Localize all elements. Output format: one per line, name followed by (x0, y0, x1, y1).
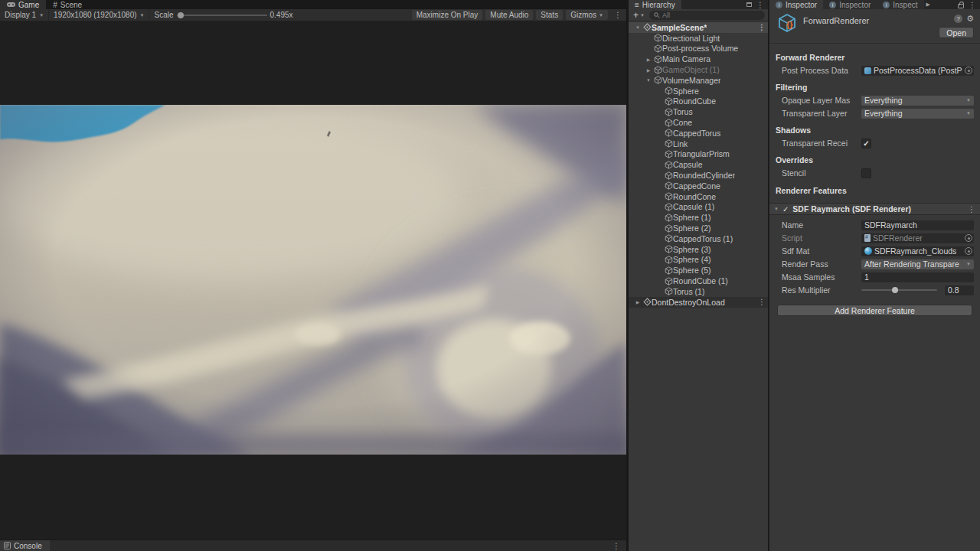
kebab-menu-icon[interactable]: ⋮ (758, 23, 766, 31)
hierarchy-row[interactable]: Sphere (3) (629, 244, 768, 255)
hierarchy-row[interactable]: Sphere (5) (629, 265, 768, 276)
hierarchy-row[interactable]: ▶GameObject (1) (629, 64, 768, 75)
stats-button[interactable]: Stats (536, 10, 563, 20)
render-pass-dropdown[interactable]: After Rendering Transpare ▼ (861, 259, 974, 269)
hierarchy-item-label: RoundCube (673, 96, 716, 106)
foldout-closed-icon[interactable]: ▶ (644, 57, 653, 62)
transparent-receive-checkbox[interactable]: ✓ (861, 139, 871, 148)
open-button[interactable]: Open (939, 27, 974, 38)
hierarchy-row[interactable]: Sphere (629, 86, 768, 96)
tab-console[interactable]: Console (0, 540, 50, 551)
hierarchy-search-input[interactable]: All (649, 11, 765, 20)
msaa-samples-input[interactable]: 1 (861, 272, 974, 282)
foldout-closed-icon[interactable]: ▶ (644, 67, 653, 73)
game-viewport[interactable] (0, 22, 626, 540)
res-multiplier-row: Res Multiplier 0.8 (782, 285, 974, 295)
cube-icon (664, 277, 673, 285)
create-object-button[interactable]: + ▼ (632, 10, 646, 21)
maximize-on-play-button[interactable]: Maximize On Play (412, 10, 483, 20)
feature-enabled-checkbox[interactable]: ✓ (782, 205, 789, 214)
feature-name-input[interactable]: SDFRaymarch (861, 220, 974, 230)
hierarchy-row[interactable]: CappedTorus (1) (629, 233, 768, 244)
gear-icon[interactable]: ⚙ (966, 14, 974, 24)
transparent-layer-mask-dropdown[interactable]: Everything ▼ (861, 109, 974, 119)
console-menu-icon[interactable]: ⋮ (612, 542, 626, 550)
object-picker-icon[interactable] (965, 234, 972, 242)
hierarchy-row[interactable]: ▶DontDestroyOnLoad⋮ (629, 297, 768, 308)
opaque-layer-mask-dropdown[interactable]: Everything ▼ (861, 96, 974, 106)
scale-slider-knob[interactable] (178, 12, 184, 18)
mute-audio-button[interactable]: Mute Audio (485, 10, 533, 20)
hierarchy-row[interactable]: Capsule (1) (629, 202, 768, 213)
hierarchy-row[interactable]: RoundCube (629, 96, 768, 107)
cube-icon (664, 181, 673, 190)
hierarchy-row[interactable]: Sphere (1) (629, 212, 768, 223)
forward-renderer-header: Forward Renderer (769, 53, 980, 63)
hierarchy-row[interactable]: Torus (1) (629, 286, 768, 297)
hierarchy-row[interactable]: RoundedCylinder (629, 170, 768, 181)
hierarchy-row[interactable]: Sphere (2) (629, 223, 768, 233)
hierarchy-row[interactable]: Post-process Volume (629, 44, 768, 54)
window-restore-icon[interactable] (746, 2, 752, 7)
hierarchy-item-label: Torus (673, 107, 693, 116)
sdf-mat-value: SDFRaymarch_Clouds (874, 246, 962, 256)
foldout-closed-icon[interactable]: ▶ (633, 299, 642, 305)
tab-inspector-1[interactable]: i Inspector (769, 0, 823, 9)
chevron-down-icon: ▼ (640, 13, 645, 18)
hierarchy-row[interactable]: Link (629, 139, 768, 149)
hierarchy-row[interactable]: Torus (629, 106, 768, 117)
res-multiplier-input[interactable]: 0.8 (945, 285, 974, 295)
tab-inspector-3[interactable]: i Inspect (877, 0, 923, 9)
scene-icon (642, 23, 652, 31)
res-multiplier-slider-knob[interactable] (892, 287, 898, 293)
msaa-samples-label: Msaa Samples (782, 272, 861, 282)
hierarchy-row[interactable]: CappedTorus (629, 128, 768, 139)
tab-game[interactable]: Game (0, 0, 46, 9)
hierarchy-row[interactable]: ▶Main Camera (629, 54, 768, 64)
hierarchy-item-label: DontDestroyOnLoad (652, 298, 725, 307)
inspector-menu-icon[interactable]: ⋮ (969, 1, 976, 9)
feature-script-field[interactable]: SDFRenderer (861, 233, 974, 243)
hierarchy-row[interactable]: CappedCone (629, 181, 768, 191)
tab-scroll-right-icon[interactable]: ▶ (924, 2, 933, 8)
resolution-dropdown[interactable]: 1920x1080 (1920x1080) ▼ (49, 9, 149, 21)
lock-icon[interactable] (958, 4, 964, 8)
feature-menu-icon[interactable]: ⋮ (968, 205, 975, 214)
hierarchy-row[interactable]: ▼VolumeManager (629, 75, 768, 86)
gizmos-dropdown[interactable]: Gizmos ▼ (566, 10, 608, 20)
tab-hierarchy[interactable]: ≡ Hierarchy (629, 0, 681, 9)
help-icon[interactable]: ? (954, 15, 962, 23)
hierarchy-row[interactable]: Directional Light (629, 33, 768, 44)
scale-slider[interactable] (177, 15, 267, 16)
post-process-data-field[interactable]: PostProcessData (PostPr (861, 66, 974, 76)
sdf-raymarch-feature-header[interactable]: ▼ ✓ SDF Raymarch (SDF Renderer) ⋮ (769, 203, 980, 215)
object-picker-icon[interactable] (965, 247, 972, 255)
hierarchy-row[interactable]: TriangularPrism (629, 149, 768, 160)
res-multiplier-slider[interactable] (861, 289, 937, 291)
sdf-mat-field[interactable]: SDFRaymarch_Clouds (861, 246, 974, 256)
foldout-open-icon[interactable]: ▼ (644, 78, 653, 83)
msaa-samples-value: 1 (864, 272, 971, 282)
hierarchy-row[interactable]: Cone (629, 117, 768, 128)
hierarchy-item-label: RoundCube (1) (673, 276, 728, 285)
kebab-menu-icon[interactable]: ⋮ (758, 298, 766, 306)
hierarchy-menu-icon[interactable]: ⋮ (756, 1, 764, 9)
foldout-open-icon[interactable]: ▼ (633, 25, 642, 30)
game-panel-menu-icon[interactable]: ⋮ (609, 9, 626, 21)
tab-inspector-2[interactable]: i Inspector (823, 0, 877, 9)
hierarchy-row[interactable]: RoundCone (629, 191, 768, 202)
tab-scene[interactable]: # Scene (46, 0, 89, 9)
hierarchy-row[interactable]: RoundCube (1) (629, 276, 768, 286)
foldout-open-icon[interactable]: ▼ (774, 207, 779, 211)
msaa-samples-row: Msaa Samples 1 (782, 272, 974, 282)
add-renderer-feature-button[interactable]: Add Renderer Feature (777, 305, 972, 316)
hierarchy-row[interactable]: Capsule (629, 159, 768, 170)
object-picker-icon[interactable] (965, 67, 972, 74)
info-icon: i (883, 2, 890, 8)
hierarchy-row[interactable]: ▼SampleScene*⋮ (629, 22, 768, 33)
stencil-checkbox[interactable] (861, 168, 871, 178)
display-dropdown[interactable]: Display 1 ▼ (0, 9, 48, 21)
transparent-layer-mask-label: Transparent Layer (782, 109, 861, 118)
hierarchy-row[interactable]: Sphere (4) (629, 255, 768, 266)
transparent-layer-mask-value: Everything (864, 109, 903, 118)
